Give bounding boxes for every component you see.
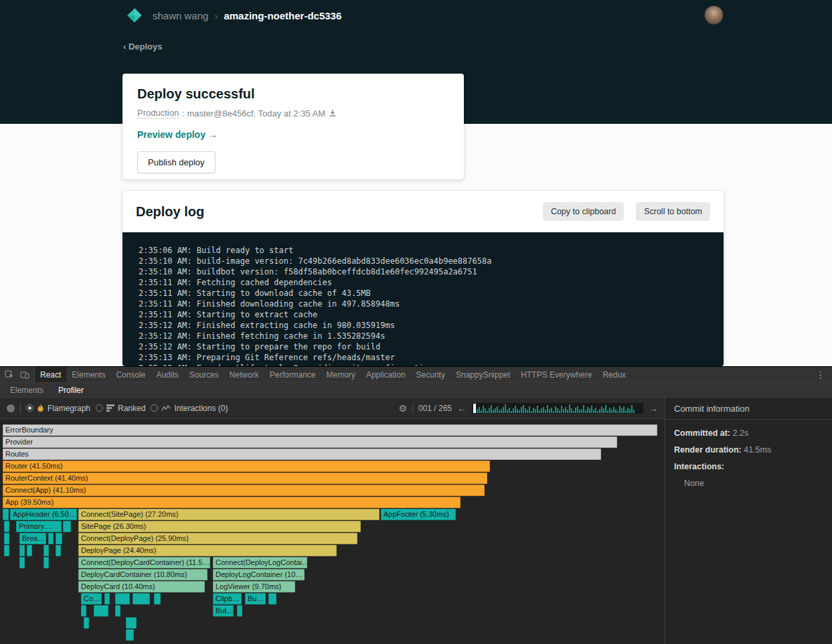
flame-bar[interactable] — [154, 593, 161, 605]
commit-tick[interactable] — [503, 407, 504, 413]
commit-tick[interactable] — [519, 410, 520, 413]
flame-bar[interactable]: App (39.50ms) — [3, 497, 461, 508]
flame-bar[interactable] — [268, 593, 276, 605]
commit-tick[interactable] — [571, 408, 572, 413]
commit-tick[interactable] — [509, 408, 510, 413]
download-icon[interactable] — [329, 109, 337, 117]
site-name[interactable]: amazing-noether-dc5336 — [224, 10, 341, 21]
commit-tick[interactable] — [559, 410, 560, 413]
devtools-tab-audits[interactable]: Audits — [151, 367, 183, 382]
interactions-radio[interactable] — [151, 404, 158, 412]
commit-tick[interactable] — [513, 408, 514, 413]
flame-bar[interactable] — [126, 617, 137, 629]
flame-bar[interactable]: DeployCardContainer (10.80ms) — [78, 569, 207, 580]
commit-tick[interactable] — [561, 406, 562, 413]
flame-bar[interactable] — [81, 605, 86, 617]
commit-tick[interactable] — [487, 411, 488, 413]
commit-tick[interactable] — [541, 408, 542, 413]
flame-bar[interactable]: Connect(SitePage) (27.20ms) — [78, 509, 380, 520]
commit-tick[interactable] — [537, 406, 538, 413]
commit-tick[interactable] — [517, 409, 518, 413]
commit-tick[interactable] — [565, 407, 566, 413]
commit-tick[interactable] — [581, 409, 582, 413]
commit-tick[interactable] — [557, 408, 558, 413]
netlify-logo-icon[interactable] — [124, 5, 145, 25]
commit-tick[interactable] — [499, 410, 500, 413]
commit-tick[interactable] — [501, 409, 502, 413]
commit-minimap[interactable] — [472, 403, 643, 414]
flame-bar[interactable] — [84, 617, 89, 629]
commit-tick[interactable] — [555, 406, 556, 413]
commit-tick[interactable] — [629, 409, 631, 413]
flame-bar[interactable]: AppHeader (6.50… — [10, 509, 77, 520]
commit-tick[interactable] — [525, 408, 526, 413]
flame-bar[interactable] — [48, 533, 54, 544]
flame-bar[interactable]: Routes — [3, 449, 601, 460]
flame-bar[interactable] — [56, 533, 62, 544]
commit-tick[interactable] — [587, 407, 588, 413]
commit-tick[interactable] — [547, 405, 548, 413]
flame-bar[interactable] — [19, 545, 25, 556]
flame-bar[interactable]: RouterContext (41.40ms) — [3, 473, 487, 484]
commit-tick[interactable] — [493, 410, 494, 413]
flame-bar[interactable]: Provider — [3, 436, 617, 448]
flame-bar[interactable]: Router (41.50ms) — [3, 461, 490, 472]
flame-bar[interactable] — [44, 545, 49, 556]
commit-tick[interactable] — [531, 411, 532, 413]
commit-tick[interactable] — [551, 408, 552, 413]
flame-bar[interactable] — [4, 545, 9, 556]
devtools-tab-network[interactable]: Network — [224, 367, 264, 382]
flame-bar[interactable] — [115, 605, 120, 617]
commit-tick[interactable] — [491, 405, 492, 413]
flame-bar[interactable]: But… — [213, 605, 234, 617]
flame-bar[interactable]: Connect(DeployCardContainer) (11.5… — [78, 557, 210, 568]
flame-bar[interactable] — [115, 593, 130, 605]
commit-tick[interactable] — [511, 411, 512, 413]
devtools-tab-snappysnippet[interactable]: SnappySnippet — [450, 367, 515, 382]
commit-tick[interactable] — [605, 405, 606, 413]
flame-bar[interactable] — [4, 533, 9, 544]
devtools-tab-https-everywhere[interactable]: HTTPS Everywhere — [515, 367, 597, 382]
commit-tick[interactable] — [623, 406, 625, 413]
devtools-kebab-menu-icon[interactable]: ⋮ — [809, 367, 832, 382]
commit-tick[interactable] — [553, 411, 554, 413]
flame-bar[interactable]: DeployCard (10.40ms) — [78, 581, 205, 592]
devtools-tab-redux[interactable]: Redux — [597, 367, 631, 382]
commit-tick[interactable] — [633, 410, 635, 413]
flame-bar[interactable]: Clipb… — [213, 593, 242, 605]
commit-tick[interactable] — [609, 408, 610, 413]
commit-tick[interactable] — [497, 406, 498, 413]
flame-bar[interactable] — [104, 593, 110, 605]
devtools-tab-performance[interactable]: Performance — [264, 367, 321, 382]
flame-bar[interactable]: DeployLogContainer (10… — [213, 569, 305, 580]
react-subtab-elements[interactable]: Elements — [3, 383, 51, 397]
flame-bar[interactable] — [4, 521, 9, 532]
deploy-log-output[interactable]: 2:35:06 AM: Build ready to start2:35:10 … — [122, 232, 724, 366]
commit-tick[interactable] — [521, 407, 522, 413]
inspect-element-icon[interactable] — [5, 370, 14, 379]
flame-bar[interactable]: AppFooter (5.30ms) — [381, 509, 456, 520]
commit-tick[interactable] — [477, 409, 478, 413]
commit-tick[interactable] — [619, 406, 620, 413]
commit-tick[interactable] — [593, 410, 594, 413]
devtools-tab-console[interactable]: Console — [110, 367, 151, 382]
commit-tick[interactable] — [485, 408, 486, 413]
preview-deploy-link[interactable]: Preview deploy → — [137, 129, 449, 140]
flame-bar[interactable]: SitePage (26.30ms) — [78, 521, 361, 532]
commit-tick[interactable] — [567, 410, 568, 413]
commit-tick[interactable] — [591, 406, 592, 413]
ranked-radio[interactable] — [96, 404, 103, 412]
commit-tick[interactable] — [507, 410, 508, 413]
commit-tick[interactable] — [515, 406, 516, 413]
commit-tick[interactable] — [627, 408, 629, 413]
commit-tick[interactable] — [543, 407, 544, 413]
flame-bar[interactable]: Connect(DeployPage) (25.90ms) — [78, 533, 357, 544]
devtools-tab-sources[interactable]: Sources — [184, 367, 224, 382]
commit-tick[interactable] — [589, 408, 590, 413]
deploy-context-label[interactable]: Production — [137, 108, 179, 118]
devtools-tab-security[interactable]: Security — [411, 367, 450, 382]
flamegraph-view-toggle[interactable]: Flamegraph — [26, 404, 90, 413]
flame-bar[interactable] — [56, 545, 61, 556]
commit-tick[interactable] — [527, 410, 528, 413]
commit-tick[interactable] — [599, 409, 600, 413]
